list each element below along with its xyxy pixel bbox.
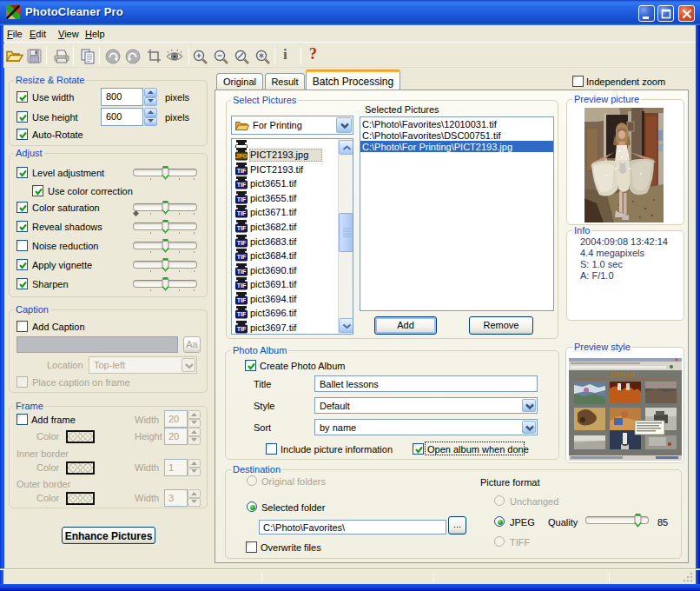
svg-text:TIF: TIF [237,168,247,174]
svg-text:TIF: TIF [237,240,247,246]
svg-text:TIF: TIF [237,210,247,216]
svg-text:TIF: TIF [237,326,247,332]
svg-text:TIF: TIF [237,196,247,203]
svg-text:Default: Default [611,370,634,378]
svg-text:TIF: TIF [237,254,247,260]
svg-text:JPG: JPG [235,153,248,159]
svg-text:TIF: TIF [237,297,247,303]
svg-text:TIF: TIF [237,225,247,231]
svg-text:TIF: TIF [237,269,247,275]
svg-text:TIF: TIF [237,282,247,289]
svg-text:TIF: TIF [237,311,247,317]
svg-text:TIF: TIF [237,182,247,188]
